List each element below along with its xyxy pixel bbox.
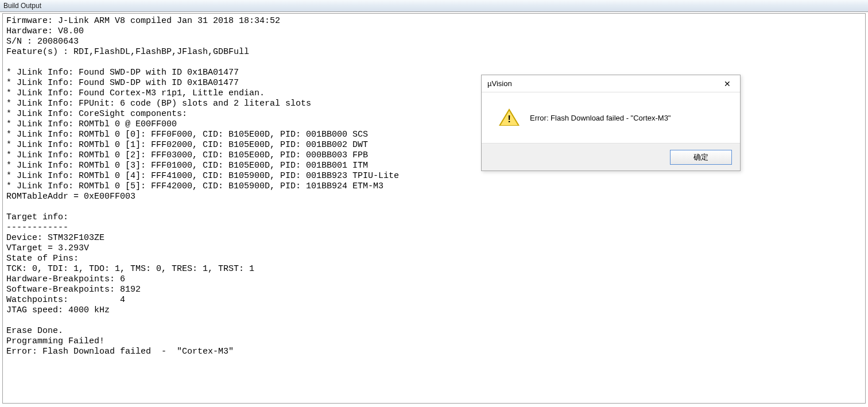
dialog-message: Error: Flash Download failed - "Cortex-M…: [530, 114, 671, 122]
build-output-text[interactable]: Firmware: J-Link ARM V8 compiled Jan 31 …: [2, 13, 866, 404]
panel-title: Build Output: [3, 2, 41, 10]
panel-header: Build Output: [0, 0, 868, 12]
dialog-title: µVision: [487, 79, 512, 88]
error-dialog: µVision ✕ ! Error: Flash Download failed…: [481, 75, 741, 171]
dialog-titlebar[interactable]: µVision ✕: [482, 75, 740, 92]
dialog-ok-button[interactable]: 确定: [670, 150, 732, 165]
dialog-footer: 确定: [482, 143, 740, 170]
dialog-body: ! Error: Flash Download failed - "Cortex…: [482, 92, 740, 143]
dialog-close-button[interactable]: ✕: [715, 76, 740, 92]
warning-icon: !: [499, 108, 520, 127]
close-icon: ✕: [724, 79, 731, 88]
